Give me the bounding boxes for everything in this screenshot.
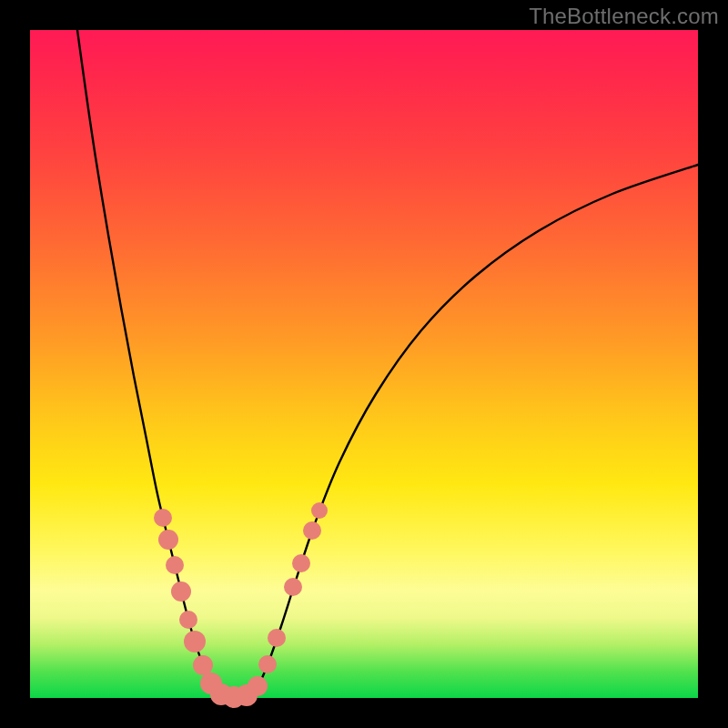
chart-marker xyxy=(184,631,206,652)
chart-marker xyxy=(171,581,191,602)
chart-marker xyxy=(268,629,286,647)
chart-marker xyxy=(284,578,302,596)
chart-plot-area xyxy=(30,30,698,698)
chart-marker xyxy=(193,655,213,675)
chart-marker xyxy=(158,530,178,550)
chart-marker xyxy=(179,611,197,629)
chart-marker xyxy=(166,556,184,574)
chart-marker xyxy=(292,554,310,572)
chart-markers xyxy=(154,502,328,708)
chart-curve xyxy=(77,30,704,697)
chart-marker xyxy=(248,676,268,696)
watermark-text: TheBottleneck.com xyxy=(529,4,719,29)
chart-marker xyxy=(258,655,277,673)
chart-frame: TheBottleneck.com xyxy=(0,0,728,728)
chart-svg xyxy=(30,30,698,698)
chart-marker xyxy=(311,502,328,519)
chart-marker xyxy=(303,521,321,540)
chart-marker xyxy=(154,509,172,527)
